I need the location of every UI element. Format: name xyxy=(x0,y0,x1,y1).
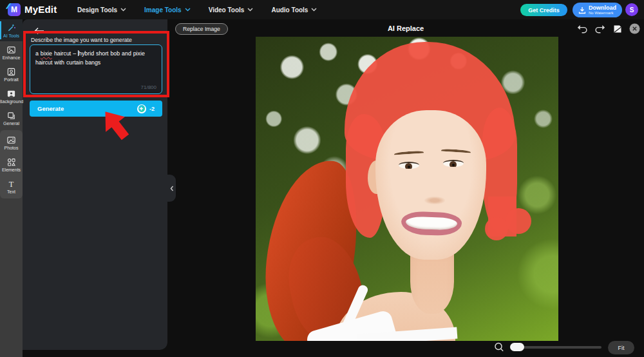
hair-selection-mask xyxy=(506,208,531,234)
ai-replace-panel: Describe the image you want to generate … xyxy=(23,19,167,350)
sidebar-item-label: Photos xyxy=(5,146,19,150)
credit-cost-value: -2 xyxy=(149,106,155,112)
prompt-seg-a: a xyxy=(35,50,41,57)
chevron-down-icon xyxy=(185,8,191,12)
nav-video-tools-label: Video Tools xyxy=(209,6,245,14)
nav-design-tools[interactable]: Design Tools xyxy=(77,6,126,14)
sidebar-item-photos[interactable]: Photos xyxy=(0,131,23,153)
nav-image-tools[interactable]: Image Tools xyxy=(144,6,191,14)
photos-icon xyxy=(6,135,16,145)
zoom-slider[interactable] xyxy=(510,340,601,354)
generate-label: Generate xyxy=(37,105,64,112)
sidebar-item-elements[interactable]: Elements xyxy=(0,153,23,175)
download-button[interactable]: Download No Watermark xyxy=(573,3,622,17)
credit-cost-group: -2 xyxy=(137,101,155,117)
nav-audio-tools[interactable]: Audio Tools xyxy=(271,6,317,14)
prompt-textarea[interactable]: a bixie haircut – hybrid short bob and p… xyxy=(30,44,162,94)
sidebar-item-text[interactable]: T Text xyxy=(0,175,23,197)
fit-button[interactable]: Fit xyxy=(608,341,634,354)
chevron-down-icon xyxy=(120,8,126,12)
sidebar-item-label: General xyxy=(3,121,19,126)
magic-wand-icon xyxy=(6,23,16,33)
brand-title: MyEdit xyxy=(24,4,57,15)
nav-video-tools[interactable]: Video Tools xyxy=(209,6,254,14)
nav-image-tools-label: Image Tools xyxy=(144,6,182,14)
sidebar-item-label: Enhance xyxy=(3,55,21,60)
chevron-left-icon xyxy=(170,186,174,191)
replace-image-label: Replace Image xyxy=(183,26,220,32)
sidebar-media-group: Photos Elements T Text xyxy=(0,130,23,198)
eye xyxy=(443,160,464,167)
woman-face xyxy=(375,110,486,260)
generate-button[interactable]: Generate -2 xyxy=(30,101,162,117)
text-icon: T xyxy=(6,179,16,189)
nose xyxy=(424,197,445,204)
sidebar-item-enhance[interactable]: Enhance xyxy=(0,41,23,63)
user-avatar[interactable]: S xyxy=(625,3,638,16)
logo-letter: M xyxy=(11,5,17,14)
download-text: Download No Watermark xyxy=(589,5,616,15)
close-icon xyxy=(629,23,640,34)
nav-audio-tools-label: Audio Tools xyxy=(271,6,308,14)
myedit-app-window: M MyEdit Design Tools Image Tools Video … xyxy=(0,0,644,357)
download-sublabel: No Watermark xyxy=(589,11,613,15)
sidebar-item-portrait[interactable]: Portrait xyxy=(0,63,23,85)
download-icon xyxy=(578,6,586,14)
elements-icon xyxy=(6,157,16,167)
replace-image-button[interactable]: Replace Image xyxy=(175,23,228,35)
prompt-text: a bixie haircut – hybrid short bob and p… xyxy=(35,50,156,67)
sidebar-item-label: Background xyxy=(0,99,23,104)
download-label: Download xyxy=(589,5,616,11)
zoom-controls xyxy=(493,340,601,354)
main-nav: Design Tools Image Tools Video Tools Aud… xyxy=(77,0,317,19)
get-credits-button[interactable]: Get Credits xyxy=(520,4,567,16)
chevron-down-icon xyxy=(311,8,317,12)
credit-coin-icon xyxy=(137,104,146,113)
nav-design-tools-label: Design Tools xyxy=(77,6,117,14)
sidebar-item-label: Portrait xyxy=(4,77,19,82)
edited-image-canvas[interactable] xyxy=(256,37,558,341)
eyebrow xyxy=(441,148,471,154)
chevron-down-icon xyxy=(247,8,253,12)
eye xyxy=(399,162,419,169)
back-button[interactable] xyxy=(34,26,46,35)
sidebar-item-label: Elements xyxy=(2,168,21,172)
sidebar-item-ai-tools[interactable]: AI Tools xyxy=(0,19,23,41)
char-counter: 71/800 xyxy=(141,84,156,90)
hair-selection-mask xyxy=(485,217,508,240)
canvas-header-icons xyxy=(577,23,640,34)
sidebar-item-background[interactable]: Background xyxy=(0,85,23,107)
layers-icon xyxy=(6,111,16,121)
magnifier-icon xyxy=(493,342,505,353)
redo-button[interactable] xyxy=(594,23,605,34)
portrait-icon xyxy=(6,67,16,77)
undo-button[interactable] xyxy=(577,23,588,34)
panel-collapse-handle[interactable] xyxy=(167,175,176,202)
compare-icon xyxy=(612,24,623,34)
prompt-label: Describe the image you want to generate xyxy=(31,37,163,43)
compare-button[interactable] xyxy=(612,23,623,34)
svg-text:T: T xyxy=(9,179,14,188)
sidebar-item-general[interactable]: General xyxy=(0,107,23,129)
prompt-seg-b: haircut – xyxy=(52,50,78,57)
top-bar: M MyEdit Design Tools Image Tools Video … xyxy=(0,0,644,19)
sidebar-item-label: Text xyxy=(7,189,15,194)
eyebrow xyxy=(394,150,424,156)
smiling-mouth xyxy=(401,211,462,236)
page-title: AI Replace xyxy=(341,24,470,32)
tools-sidebar: AI Tools Enhance Portrait Bac xyxy=(0,19,23,357)
avatar-initial: S xyxy=(630,6,634,14)
enhance-image-icon xyxy=(6,45,16,55)
prompt-seg-misspelled: bixie xyxy=(41,50,52,57)
sidebar-item-label: AI Tools xyxy=(3,34,19,38)
back-arrow-icon xyxy=(34,27,44,35)
zoom-slider-thumb[interactable] xyxy=(510,343,524,351)
background-icon xyxy=(6,89,16,99)
close-button[interactable] xyxy=(629,23,640,34)
redo-icon xyxy=(594,24,605,34)
undo-icon xyxy=(577,24,588,34)
